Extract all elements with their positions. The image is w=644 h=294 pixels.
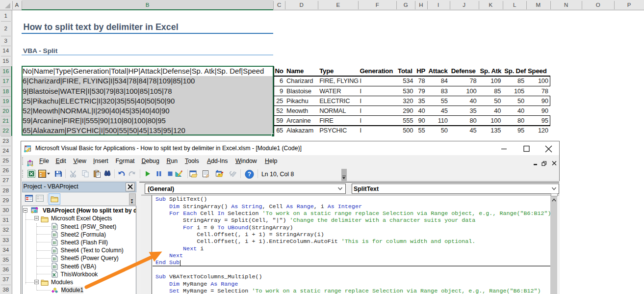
svg-text:?: ? xyxy=(247,171,251,178)
